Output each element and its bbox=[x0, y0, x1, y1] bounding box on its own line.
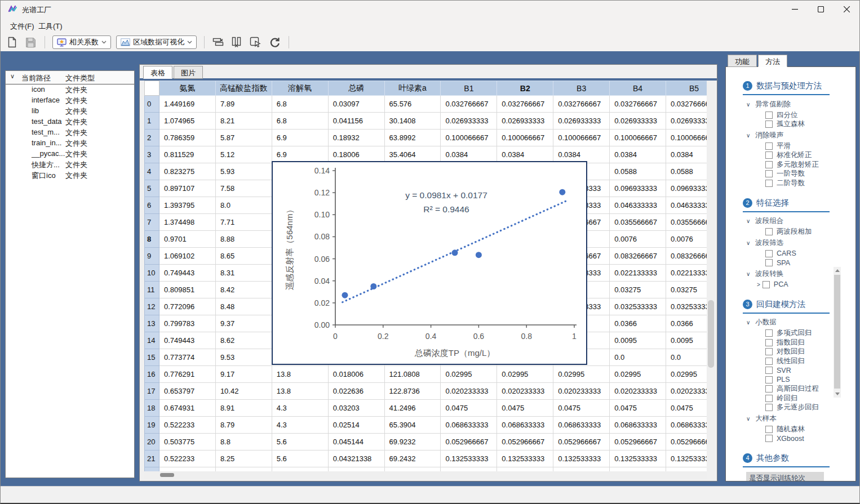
checkbox[interactable] bbox=[765, 358, 773, 365]
checkbox[interactable] bbox=[763, 281, 770, 288]
row-header[interactable]: 0 bbox=[145, 96, 159, 113]
checkbox[interactable] bbox=[765, 339, 773, 346]
table-cell[interactable]: 10.42 bbox=[215, 383, 272, 400]
row-header[interactable]: 17 bbox=[145, 383, 159, 400]
table-cell[interactable]: 0.020233333 bbox=[441, 383, 497, 400]
table-cell[interactable]: 0.897107 bbox=[159, 180, 216, 197]
table-cell[interactable]: 13.8 bbox=[272, 383, 328, 400]
table-cell[interactable]: 5.87 bbox=[215, 130, 272, 146]
table-cell[interactable]: 0.020233333 bbox=[553, 383, 610, 400]
tree-leaf[interactable]: SVR bbox=[765, 366, 855, 376]
table-cell[interactable]: 0.749443 bbox=[159, 332, 216, 349]
table-cell[interactable]: 8.25 bbox=[215, 451, 272, 467]
tree-leaf[interactable]: 随机森林 bbox=[765, 425, 855, 434]
table-cell[interactable]: 0.0095 bbox=[610, 332, 666, 349]
table-cell[interactable]: 6.9 bbox=[272, 146, 328, 163]
close-button[interactable] bbox=[834, 1, 859, 17]
row-header[interactable]: 5 bbox=[145, 180, 159, 197]
column-header[interactable]: B5 bbox=[666, 81, 707, 96]
table-cell[interactable]: 0.03097 bbox=[328, 96, 384, 113]
table-cell[interactable]: 0.132533333 bbox=[553, 451, 610, 467]
checkbox[interactable] bbox=[765, 250, 773, 257]
tree-leaf[interactable]: 二阶导数 bbox=[765, 179, 855, 188]
scrollbar-thumb[interactable] bbox=[708, 300, 714, 368]
table-cell[interactable]: 0.0384 bbox=[441, 146, 497, 163]
table-cell[interactable]: 8.88 bbox=[215, 231, 272, 248]
new-file-button[interactable] bbox=[5, 35, 19, 49]
table-cell[interactable]: 0.026933333 bbox=[666, 113, 707, 130]
column-header[interactable]: 溶解氧 bbox=[272, 81, 328, 96]
table-cell[interactable]: 0.0 bbox=[610, 349, 666, 366]
table-cell[interactable]: 0.026933333 bbox=[441, 113, 497, 130]
table-cell[interactable]: 0.773774 bbox=[159, 349, 216, 366]
table-cell[interactable]: 5.12 bbox=[215, 146, 272, 163]
row-header[interactable]: 18 bbox=[145, 400, 159, 417]
table-cell[interactable]: 0.522233 bbox=[159, 451, 216, 467]
table-cell[interactable]: 0.0475 bbox=[497, 400, 553, 417]
checkbox[interactable] bbox=[765, 385, 773, 393]
table-cell[interactable]: 0.100066667 bbox=[497, 130, 553, 146]
checkbox[interactable] bbox=[765, 395, 773, 402]
table-cell[interactable]: 0.0076 bbox=[610, 231, 666, 248]
tree-leaf[interactable]: SPA bbox=[765, 258, 855, 268]
table-cell[interactable]: 0.026933333 bbox=[610, 113, 666, 130]
scrollbar-thumb[interactable] bbox=[834, 275, 840, 389]
checkbox[interactable] bbox=[765, 348, 773, 355]
table-cell[interactable]: 0.068633333 bbox=[553, 417, 610, 434]
table-cell[interactable]: 0.018006 bbox=[328, 366, 384, 383]
file-tree-item[interactable]: lib文件夹 bbox=[6, 106, 134, 117]
table-cell[interactable]: 8.31 bbox=[215, 265, 272, 282]
tree-leaf[interactable]: 岭回归 bbox=[765, 394, 855, 403]
table-cell[interactable]: 0.0475 bbox=[610, 400, 666, 417]
table-cell[interactable]: 0.0 bbox=[666, 349, 707, 366]
table-cell[interactable]: 0.132533333 bbox=[441, 451, 497, 467]
minimize-button[interactable] bbox=[782, 1, 808, 17]
table-cell[interactable]: 0.0366 bbox=[610, 315, 666, 332]
table-cell[interactable]: 69.9232 bbox=[384, 434, 441, 451]
table-cell[interactable]: 0.503775 bbox=[159, 434, 216, 451]
table-cell[interactable]: 0.811529 bbox=[159, 146, 216, 163]
table-cell[interactable]: 0.0475 bbox=[666, 400, 707, 417]
file-tree-item[interactable]: train_in...文件夹 bbox=[6, 138, 134, 149]
table-cell[interactable]: 0.068633333 bbox=[497, 417, 553, 434]
table-cell[interactable]: 8.42 bbox=[215, 282, 272, 298]
table-cell[interactable]: 0.032766667 bbox=[553, 96, 610, 113]
table-cell[interactable]: 0.035566667 bbox=[610, 214, 666, 231]
row-header[interactable]: 9 bbox=[145, 248, 159, 265]
methods-scrollbar[interactable] bbox=[834, 267, 841, 398]
checkbox[interactable] bbox=[765, 170, 773, 177]
correlation-method-dropdown[interactable]: 相关系数 bbox=[52, 35, 111, 49]
tab-functions[interactable]: 功能 bbox=[728, 55, 757, 67]
row-header[interactable]: 4 bbox=[145, 163, 159, 180]
tree-group[interactable]: ∨消除噪声 bbox=[746, 131, 855, 140]
row-header[interactable]: 14 bbox=[145, 332, 159, 349]
column-header[interactable]: 叶绿素a bbox=[384, 81, 441, 96]
checkbox[interactable] bbox=[765, 161, 773, 168]
table-cell[interactable]: 7.71 bbox=[215, 214, 272, 231]
file-tree-column-type[interactable]: 文件类型 bbox=[65, 73, 95, 83]
table-cell[interactable]: 0.022133333 bbox=[610, 265, 666, 282]
checkbox[interactable] bbox=[765, 228, 773, 235]
table-cell[interactable]: 0.0366 bbox=[666, 315, 707, 332]
table-vertical-scrollbar[interactable] bbox=[707, 81, 715, 470]
tree-leaf[interactable]: 平滑 bbox=[765, 141, 855, 151]
table-cell[interactable]: 8.91 bbox=[215, 400, 272, 417]
table-cell[interactable]: 6.9 bbox=[272, 130, 328, 146]
tree-leaf[interactable]: 两波段相加 bbox=[765, 228, 855, 237]
row-header[interactable]: 8 bbox=[145, 231, 159, 248]
column-header[interactable]: 高锰酸盐指数 bbox=[215, 81, 272, 96]
table-cell[interactable]: 0.799783 bbox=[159, 315, 216, 332]
checkbox[interactable] bbox=[765, 426, 773, 433]
table-cell[interactable]: 0.022133333 bbox=[666, 265, 707, 282]
table-cell[interactable]: 0.096933333 bbox=[610, 180, 666, 197]
tree-leaf[interactable]: 线性回归 bbox=[765, 356, 855, 366]
tree-group[interactable]: ∨异常值剔除 bbox=[746, 100, 855, 109]
table-cell[interactable]: 65.3904 bbox=[384, 417, 441, 434]
file-tree-item[interactable]: 窗口ico文件夹 bbox=[6, 170, 134, 181]
tree-leaf[interactable]: CARS bbox=[765, 249, 855, 258]
file-tree-item[interactable]: __pycac...文件夹 bbox=[6, 149, 134, 159]
table-cell[interactable]: 0.052966667 bbox=[610, 434, 666, 451]
tree-leaf[interactable]: 四分位 bbox=[765, 110, 855, 120]
table-cell[interactable]: 65.576 bbox=[384, 96, 441, 113]
tree-leaf[interactable]: 指数回归 bbox=[765, 338, 855, 347]
